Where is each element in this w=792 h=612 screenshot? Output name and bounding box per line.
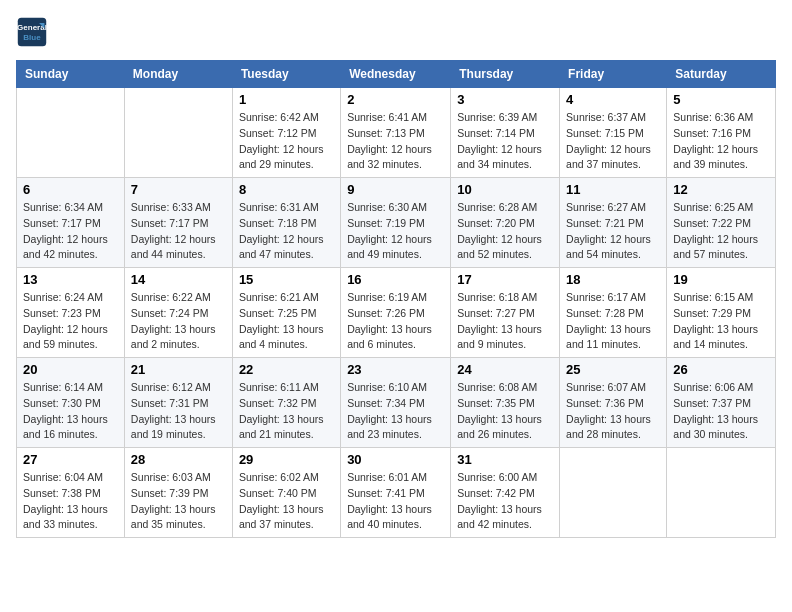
day-number: 30 (347, 452, 444, 467)
daylight-text: Daylight: 12 hours and 57 minutes. (673, 232, 769, 264)
sunrise-text: Sunrise: 6:37 AM (566, 110, 660, 126)
sunrise-text: Sunrise: 6:42 AM (239, 110, 334, 126)
day-info: Sunrise: 6:34 AMSunset: 7:17 PMDaylight:… (23, 200, 118, 263)
day-cell: 7Sunrise: 6:33 AMSunset: 7:17 PMDaylight… (124, 178, 232, 268)
day-cell (17, 88, 125, 178)
day-info: Sunrise: 6:31 AMSunset: 7:18 PMDaylight:… (239, 200, 334, 263)
day-info: Sunrise: 6:25 AMSunset: 7:22 PMDaylight:… (673, 200, 769, 263)
week-row-5: 27Sunrise: 6:04 AMSunset: 7:38 PMDayligh… (17, 448, 776, 538)
daylight-text: Daylight: 13 hours and 37 minutes. (239, 502, 334, 534)
sunrise-text: Sunrise: 6:10 AM (347, 380, 444, 396)
day-info: Sunrise: 6:22 AMSunset: 7:24 PMDaylight:… (131, 290, 226, 353)
daylight-text: Daylight: 13 hours and 26 minutes. (457, 412, 553, 444)
sunset-text: Sunset: 7:17 PM (131, 216, 226, 232)
day-number: 8 (239, 182, 334, 197)
day-info: Sunrise: 6:33 AMSunset: 7:17 PMDaylight:… (131, 200, 226, 263)
sunrise-text: Sunrise: 6:22 AM (131, 290, 226, 306)
day-cell (667, 448, 776, 538)
logo-icon: General Blue (16, 16, 48, 48)
daylight-text: Daylight: 13 hours and 21 minutes. (239, 412, 334, 444)
sunset-text: Sunset: 7:21 PM (566, 216, 660, 232)
day-info: Sunrise: 6:14 AMSunset: 7:30 PMDaylight:… (23, 380, 118, 443)
day-number: 11 (566, 182, 660, 197)
sunrise-text: Sunrise: 6:02 AM (239, 470, 334, 486)
sunrise-text: Sunrise: 6:36 AM (673, 110, 769, 126)
sunset-text: Sunset: 7:28 PM (566, 306, 660, 322)
sunrise-text: Sunrise: 6:17 AM (566, 290, 660, 306)
daylight-text: Daylight: 13 hours and 42 minutes. (457, 502, 553, 534)
day-number: 2 (347, 92, 444, 107)
day-info: Sunrise: 6:06 AMSunset: 7:37 PMDaylight:… (673, 380, 769, 443)
sunset-text: Sunset: 7:14 PM (457, 126, 553, 142)
weekday-header-wednesday: Wednesday (341, 61, 451, 88)
day-number: 16 (347, 272, 444, 287)
sunset-text: Sunset: 7:39 PM (131, 486, 226, 502)
day-cell: 1Sunrise: 6:42 AMSunset: 7:12 PMDaylight… (232, 88, 340, 178)
day-number: 14 (131, 272, 226, 287)
day-info: Sunrise: 6:27 AMSunset: 7:21 PMDaylight:… (566, 200, 660, 263)
sunset-text: Sunset: 7:20 PM (457, 216, 553, 232)
sunset-text: Sunset: 7:23 PM (23, 306, 118, 322)
day-number: 25 (566, 362, 660, 377)
day-number: 21 (131, 362, 226, 377)
daylight-text: Daylight: 13 hours and 28 minutes. (566, 412, 660, 444)
sunrise-text: Sunrise: 6:19 AM (347, 290, 444, 306)
day-info: Sunrise: 6:11 AMSunset: 7:32 PMDaylight:… (239, 380, 334, 443)
day-cell: 27Sunrise: 6:04 AMSunset: 7:38 PMDayligh… (17, 448, 125, 538)
daylight-text: Daylight: 12 hours and 29 minutes. (239, 142, 334, 174)
day-cell: 2Sunrise: 6:41 AMSunset: 7:13 PMDaylight… (341, 88, 451, 178)
sunrise-text: Sunrise: 6:11 AM (239, 380, 334, 396)
weekday-header-thursday: Thursday (451, 61, 560, 88)
daylight-text: Daylight: 13 hours and 35 minutes. (131, 502, 226, 534)
day-cell: 23Sunrise: 6:10 AMSunset: 7:34 PMDayligh… (341, 358, 451, 448)
logo: General Blue (16, 16, 48, 48)
day-cell: 16Sunrise: 6:19 AMSunset: 7:26 PMDayligh… (341, 268, 451, 358)
day-number: 10 (457, 182, 553, 197)
day-cell: 31Sunrise: 6:00 AMSunset: 7:42 PMDayligh… (451, 448, 560, 538)
sunrise-text: Sunrise: 6:18 AM (457, 290, 553, 306)
sunset-text: Sunset: 7:15 PM (566, 126, 660, 142)
daylight-text: Daylight: 13 hours and 40 minutes. (347, 502, 444, 534)
daylight-text: Daylight: 13 hours and 6 minutes. (347, 322, 444, 354)
sunrise-text: Sunrise: 6:25 AM (673, 200, 769, 216)
day-number: 18 (566, 272, 660, 287)
day-number: 24 (457, 362, 553, 377)
sunrise-text: Sunrise: 6:28 AM (457, 200, 553, 216)
sunrise-text: Sunrise: 6:24 AM (23, 290, 118, 306)
day-number: 27 (23, 452, 118, 467)
sunrise-text: Sunrise: 6:12 AM (131, 380, 226, 396)
day-info: Sunrise: 6:19 AMSunset: 7:26 PMDaylight:… (347, 290, 444, 353)
sunset-text: Sunset: 7:41 PM (347, 486, 444, 502)
sunset-text: Sunset: 7:42 PM (457, 486, 553, 502)
sunrise-text: Sunrise: 6:08 AM (457, 380, 553, 396)
day-number: 13 (23, 272, 118, 287)
weekday-header-saturday: Saturday (667, 61, 776, 88)
daylight-text: Daylight: 13 hours and 33 minutes. (23, 502, 118, 534)
day-info: Sunrise: 6:10 AMSunset: 7:34 PMDaylight:… (347, 380, 444, 443)
sunset-text: Sunset: 7:26 PM (347, 306, 444, 322)
daylight-text: Daylight: 13 hours and 9 minutes. (457, 322, 553, 354)
sunset-text: Sunset: 7:18 PM (239, 216, 334, 232)
sunrise-text: Sunrise: 6:33 AM (131, 200, 226, 216)
day-info: Sunrise: 6:28 AMSunset: 7:20 PMDaylight:… (457, 200, 553, 263)
day-number: 5 (673, 92, 769, 107)
day-info: Sunrise: 6:42 AMSunset: 7:12 PMDaylight:… (239, 110, 334, 173)
day-info: Sunrise: 6:30 AMSunset: 7:19 PMDaylight:… (347, 200, 444, 263)
day-cell: 19Sunrise: 6:15 AMSunset: 7:29 PMDayligh… (667, 268, 776, 358)
day-info: Sunrise: 6:24 AMSunset: 7:23 PMDaylight:… (23, 290, 118, 353)
day-number: 4 (566, 92, 660, 107)
sunset-text: Sunset: 7:13 PM (347, 126, 444, 142)
sunset-text: Sunset: 7:35 PM (457, 396, 553, 412)
daylight-text: Daylight: 13 hours and 19 minutes. (131, 412, 226, 444)
day-number: 22 (239, 362, 334, 377)
day-info: Sunrise: 6:17 AMSunset: 7:28 PMDaylight:… (566, 290, 660, 353)
daylight-text: Daylight: 12 hours and 59 minutes. (23, 322, 118, 354)
weekday-header-friday: Friday (560, 61, 667, 88)
day-number: 3 (457, 92, 553, 107)
week-row-1: 1Sunrise: 6:42 AMSunset: 7:12 PMDaylight… (17, 88, 776, 178)
weekday-header-tuesday: Tuesday (232, 61, 340, 88)
week-row-3: 13Sunrise: 6:24 AMSunset: 7:23 PMDayligh… (17, 268, 776, 358)
sunset-text: Sunset: 7:29 PM (673, 306, 769, 322)
weekday-header-row: SundayMondayTuesdayWednesdayThursdayFrid… (17, 61, 776, 88)
day-info: Sunrise: 6:04 AMSunset: 7:38 PMDaylight:… (23, 470, 118, 533)
